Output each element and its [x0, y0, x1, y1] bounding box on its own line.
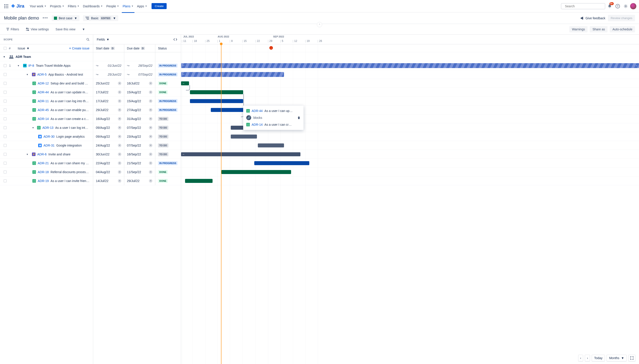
due-date-value[interactable]: 07/Sep/22	[127, 126, 141, 130]
timeline-bar[interactable]	[185, 179, 213, 183]
status-lozenge[interactable]: IN PROGRESS	[158, 72, 177, 76]
timeline-today-button[interactable]: Today	[592, 355, 605, 361]
hierarchy-selector[interactable]: Basic EDITED ▼	[83, 15, 118, 21]
clear-date-icon[interactable]: ✕	[149, 135, 152, 138]
nav-plans[interactable]: Plans▼	[121, 3, 135, 9]
row-checkbox[interactable]	[4, 144, 7, 147]
start-date-value[interactable]: 01/Jun/22	[108, 64, 122, 68]
row-checkbox[interactable]	[4, 135, 7, 138]
start-date-value[interactable]: 17/Jul/22	[96, 99, 109, 103]
issue-key[interactable]: ADR-19	[38, 179, 49, 183]
clear-date-icon[interactable]: ✕	[149, 99, 152, 103]
start-date-value[interactable]: 25/Jun/22	[96, 82, 110, 85]
issue-title[interactable]: As a user I can enable push …	[51, 108, 89, 112]
scenario-selector[interactable]: Best case ▼	[52, 15, 79, 21]
status-lozenge[interactable]: TO DO	[158, 134, 168, 138]
clear-date-icon[interactable]: ✕	[118, 90, 121, 94]
row-checkbox[interactable]	[4, 100, 7, 103]
save-view-menu[interactable]: ▼	[80, 26, 87, 32]
timeline-bar[interactable]	[254, 161, 309, 165]
row-checkbox[interactable]	[4, 91, 7, 94]
timeline-fullscreen-button[interactable]	[628, 355, 635, 361]
issue-key[interactable]: ADR-21	[38, 162, 49, 165]
scope-search-icon[interactable]	[86, 38, 89, 41]
status-lozenge[interactable]: TO DO	[158, 117, 168, 121]
review-changes-button[interactable]: Review changes	[608, 15, 635, 21]
row-checkbox[interactable]	[4, 153, 7, 156]
due-date-value[interactable]: 29/Jul/22	[127, 179, 140, 183]
issue-key[interactable]: ADR-18	[38, 170, 49, 174]
timeline-bar[interactable]: ←	[181, 152, 300, 156]
start-date-value[interactable]: 16/Aug/22	[96, 117, 110, 120]
share-button[interactable]: Share as	[590, 26, 607, 32]
clear-date-icon[interactable]: ✕	[118, 117, 121, 120]
clear-date-icon[interactable]: ✕	[149, 108, 152, 112]
start-date-value[interactable]: 22/Aug/22	[96, 162, 110, 165]
timeline-bar[interactable]: ←	[181, 81, 189, 85]
status-lozenge[interactable]: DONE	[158, 90, 168, 94]
due-date-value[interactable]: 31/Aug/22	[127, 117, 141, 120]
help-icon[interactable]: ?	[614, 3, 621, 10]
view-settings-button[interactable]: View settings	[24, 26, 51, 32]
due-date-value[interactable]: 16/Sep/22	[127, 152, 141, 156]
notifications-icon[interactable]: 9+	[606, 3, 613, 10]
jira-logo[interactable]: Jira	[11, 4, 25, 9]
issue-key[interactable]: ADR-13	[42, 126, 54, 130]
row-checkbox[interactable]	[4, 170, 7, 174]
group-expander[interactable]: ▾	[4, 55, 7, 58]
clear-date-icon[interactable]: ✕	[118, 162, 121, 165]
status-lozenge[interactable]: DONE	[158, 170, 168, 174]
row-checkbox[interactable]	[4, 117, 7, 120]
start-date-value[interactable]: 25/Jun/22	[108, 73, 122, 76]
issue-title[interactable]: As a user I can invite friends …	[51, 179, 89, 183]
timeline-next-button[interactable]: ›	[585, 355, 590, 361]
issue-title[interactable]: As a user I can create a cust…	[51, 117, 89, 120]
timeline-bar[interactable]	[190, 99, 243, 103]
clear-date-icon[interactable]: ✕	[118, 144, 121, 147]
row-checkbox[interactable]	[4, 126, 7, 129]
row-checkbox[interactable]	[4, 108, 7, 112]
clear-date-icon[interactable]: ✕	[149, 179, 152, 183]
timeline-bar[interactable]: ←	[181, 72, 284, 77]
dependency-link[interactable]	[186, 85, 190, 90]
start-date-value[interactable]: 30/Jun/22	[96, 152, 110, 156]
due-date-value[interactable]: 21/Sep/22	[127, 162, 141, 165]
row-checkbox[interactable]	[4, 82, 7, 85]
nav-your-work[interactable]: Your work▼	[28, 3, 48, 9]
start-date-value[interactable]: 04/Aug/22	[96, 170, 110, 174]
row-checkbox[interactable]	[4, 179, 7, 182]
clear-date-icon[interactable]: ✕	[118, 152, 121, 156]
issue-key[interactable]: ADR-11	[38, 99, 49, 103]
clear-date-icon[interactable]: ✕	[149, 126, 152, 130]
timeline-bar[interactable]: ←→	[181, 63, 639, 68]
create-issue-button[interactable]: + Create issue	[69, 46, 89, 50]
status-lozenge[interactable]: TO DO	[158, 152, 168, 156]
issue-column-header[interactable]: Issue ▼	[18, 46, 30, 50]
clear-date-icon[interactable]: ✕	[118, 179, 121, 183]
start-date-value[interactable]: 09/Aug/22	[96, 135, 110, 138]
due-date-value[interactable]: 27/Aug/22	[127, 108, 141, 112]
due-date-value[interactable]: 23/Aug/22	[127, 135, 141, 138]
issue-key[interactable]: ADR-12	[38, 82, 49, 85]
save-view-button[interactable]: Save this view	[53, 26, 77, 32]
status-lozenge[interactable]: IN PROGRESS	[158, 108, 177, 112]
nav-people[interactable]: People▼	[105, 3, 121, 9]
issue-key[interactable]: ADR-14	[38, 117, 49, 120]
status-lozenge[interactable]: IN PROGRESS	[158, 99, 177, 103]
issue-title[interactable]: Setup dev and and build env…	[51, 82, 89, 85]
clear-date-icon[interactable]: ✕	[149, 90, 152, 94]
issue-key[interactable]: ADR-44	[252, 109, 263, 112]
due-date-value[interactable]: 16/Jul/22	[127, 82, 140, 85]
clear-date-icon[interactable]: ✕	[118, 99, 121, 103]
status-lozenge[interactable]: IN PROGRESS	[158, 64, 177, 68]
timeline-bar[interactable]	[258, 144, 284, 148]
status-lozenge[interactable]: TO DO	[158, 144, 168, 148]
status-lozenge[interactable]: DONE	[158, 81, 168, 85]
create-button[interactable]: Create	[152, 3, 167, 9]
clear-date-icon[interactable]: ✕	[118, 82, 121, 85]
due-date-value[interactable]: 15/Aug/22	[127, 90, 141, 94]
clear-date-icon[interactable]: ✕	[118, 135, 121, 138]
fields-selector[interactable]: Fields ▼	[97, 38, 109, 41]
clear-date-icon[interactable]: ✕	[149, 82, 152, 85]
timeline-bar[interactable]	[221, 170, 291, 174]
